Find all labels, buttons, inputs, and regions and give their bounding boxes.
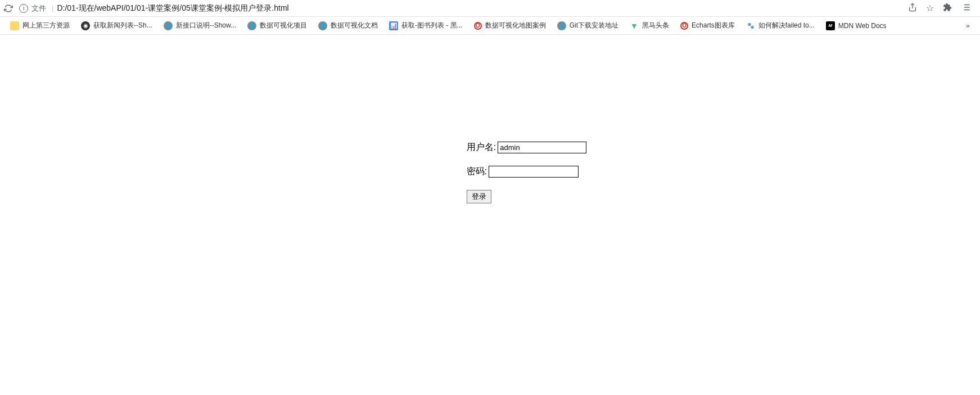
login-button[interactable]: 登录 — [467, 190, 491, 203]
site-icon: 📊 — [389, 21, 398, 30]
bookmark-label: 新接口说明--Show... — [176, 21, 236, 30]
globe-icon: 🌐 — [318, 21, 327, 30]
bookmark-label: Git下载安装地址 — [570, 21, 618, 30]
username-input[interactable] — [498, 142, 586, 153]
vue-icon: ▼ — [630, 21, 639, 30]
globe-icon: ◉ — [81, 21, 90, 30]
username-row: 用户名: — [467, 142, 586, 153]
url-text[interactable]: D:/01-现在/webAPI/01/01-课堂案例/05课堂案例-模拟用户登录… — [57, 3, 908, 13]
bookmark-label: 如何解决failed to... — [758, 21, 815, 30]
reading-list-icon[interactable] — [961, 2, 971, 15]
share-icon[interactable] — [908, 3, 917, 14]
bookmark-label: 获取-图书列表 - 黑... — [401, 21, 463, 30]
extensions-icon[interactable] — [943, 3, 952, 14]
info-icon[interactable]: i — [19, 4, 28, 13]
password-input[interactable] — [489, 166, 579, 178]
bookmark-item[interactable]: 🌐 数据可视化项目 — [243, 19, 311, 33]
bookmark-item[interactable]: 网上第三方资源 — [6, 19, 74, 33]
site-icon: O — [680, 22, 688, 30]
mdn-icon: M — [826, 21, 835, 30]
globe-icon: 🌐 — [557, 21, 566, 30]
bookmark-label: 黑马头条 — [642, 21, 669, 30]
refresh-icon[interactable] — [3, 3, 13, 13]
password-row: 密码: — [467, 166, 586, 178]
bookmark-item[interactable]: 🐾 如何解决failed to... — [742, 19, 819, 33]
url-separator: | — [52, 4, 53, 12]
bookmark-item[interactable]: 🌐 新接口说明--Show... — [159, 19, 241, 33]
bookmark-item[interactable]: M MDN Web Docs — [821, 19, 891, 33]
submit-row: 登录 — [467, 190, 586, 203]
username-label: 用户名: — [467, 142, 496, 153]
bookmark-label: Echarts图表库 — [692, 21, 735, 30]
bookmark-label: 获取新闻列表--Sh... — [93, 21, 152, 30]
bookmark-item[interactable]: 📊 获取-图书列表 - 黑... — [385, 19, 467, 33]
site-icon: 🐾 — [746, 21, 755, 30]
bookmark-label: 网上第三方资源 — [22, 21, 70, 30]
bookmark-label: 数据可视化文档 — [331, 21, 378, 30]
bookmark-item[interactable]: 🌐 Git下载安装地址 — [553, 19, 623, 33]
bookmark-item[interactable]: ◉ 获取新闻列表--Sh... — [76, 19, 157, 33]
bookmark-item[interactable]: ▼ 黑马头条 — [625, 19, 674, 33]
folder-icon — [10, 21, 19, 30]
password-label: 密码: — [467, 166, 487, 178]
address-bar: i 文件 | D:/01-现在/webAPI/01/01-课堂案例/05课堂案例… — [0, 0, 980, 17]
star-icon[interactable]: ☆ — [926, 3, 934, 13]
bookmarks-bar: 网上第三方资源 ◉ 获取新闻列表--Sh... 🌐 新接口说明--Show...… — [0, 17, 980, 35]
login-form: 用户名: 密码: 登录 — [467, 142, 586, 216]
file-protocol-label: 文件 — [31, 3, 46, 13]
bookmarks-overflow-icon[interactable]: » — [961, 19, 974, 32]
bookmark-item[interactable]: O Echarts图表库 — [676, 19, 739, 33]
globe-icon: 🌐 — [247, 21, 256, 30]
site-icon: O — [474, 22, 482, 30]
bookmark-item[interactable]: O 数据可视化地图案例 — [469, 19, 550, 33]
page-content: 用户名: 密码: 登录 — [0, 35, 980, 216]
bookmark-label: 数据可视化地图案例 — [485, 21, 546, 30]
bookmark-label: 数据可视化项目 — [260, 21, 307, 30]
globe-icon: 🌐 — [164, 21, 173, 30]
toolbar-right: ☆ — [908, 2, 977, 15]
bookmark-label: MDN Web Docs — [838, 22, 887, 30]
bookmark-item[interactable]: 🌐 数据可视化文档 — [314, 19, 382, 33]
